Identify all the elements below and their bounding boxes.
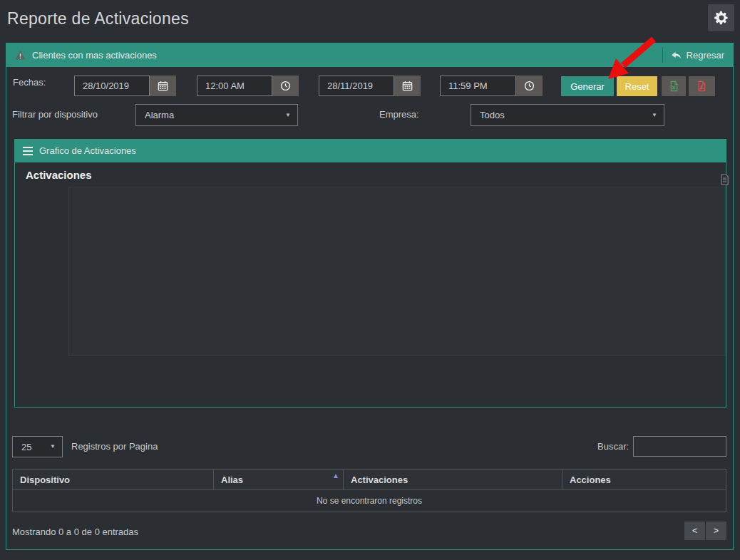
reset-button[interactable]: Reset: [617, 76, 657, 96]
end-date-calendar-button[interactable]: [394, 76, 421, 96]
dates-label: Fechas:: [13, 77, 46, 88]
end-time-clock-button[interactable]: [516, 76, 543, 96]
chart-panel-title: Grafico de Activaciones: [39, 145, 136, 156]
chevron-down-icon: ▼: [50, 443, 56, 450]
device-filter-label: Filtrar por dispositivo: [12, 109, 98, 120]
calendar-icon: [158, 81, 168, 91]
export-pdf-button[interactable]: [689, 76, 715, 96]
report-panel-header: Clientes con mas activaciones Regresar: [6, 43, 734, 67]
excel-file-icon: [669, 81, 679, 92]
header-divider: [662, 47, 663, 63]
column-header-acciones[interactable]: Acciones: [562, 469, 726, 490]
panel-title: Clientes con mas activaciones: [32, 50, 157, 61]
gear-icon: [714, 10, 729, 26]
search-label: Buscar:: [597, 441, 629, 452]
chart-context-menu-button[interactable]: [719, 173, 730, 186]
device-select[interactable]: Alarma ▼: [135, 104, 298, 126]
company-label: Empresa:: [379, 109, 419, 120]
document-lines-icon: [719, 173, 730, 186]
column-header-activaciones[interactable]: Activaciones: [343, 469, 562, 490]
export-excel-button[interactable]: [662, 76, 686, 96]
page-size-label: Registros por Pagina: [71, 441, 158, 452]
pagination-prev-button[interactable]: <: [684, 522, 705, 540]
start-time-clock-button[interactable]: [272, 76, 299, 96]
column-header-label: Alias: [221, 475, 243, 485]
company-select[interactable]: Todos ▼: [471, 104, 664, 126]
settings-button[interactable]: [708, 4, 734, 31]
warning-icon: [15, 50, 26, 60]
back-label: Regresar: [687, 50, 724, 61]
activations-report-page: Reporte de Activaciones Clientes con mas…: [0, 0, 740, 560]
device-select-value: Alarma: [145, 110, 174, 120]
calendar-icon: [402, 81, 413, 91]
page-title: Reporte de Activaciones: [7, 9, 189, 28]
clock-icon: [524, 81, 535, 91]
search-input[interactable]: [633, 436, 726, 457]
pdf-file-icon: [697, 81, 707, 92]
chart-plot-area: [68, 187, 726, 356]
hamburger-icon: [23, 145, 33, 157]
sort-ascending-icon[interactable]: ▲: [332, 472, 339, 479]
column-header-label: Dispositivo: [20, 475, 70, 485]
chevron-down-icon: ▼: [652, 112, 657, 118]
column-header-label: Activaciones: [351, 475, 408, 485]
table-empty-row: No se encontraron registros: [12, 489, 726, 512]
end-date-input[interactable]: [319, 76, 394, 96]
end-time-input[interactable]: [440, 76, 516, 96]
start-date-calendar-button[interactable]: [150, 76, 176, 96]
generate-button[interactable]: Generar: [561, 76, 614, 96]
table-summary: Mostrando 0 a 0 de 0 entradas: [12, 527, 138, 537]
empty-message: No se encontraron registros: [317, 496, 422, 506]
chart-panel-header: Grafico de Activaciones: [14, 139, 726, 162]
reply-arrow-icon: [671, 51, 682, 60]
chart-title: Activaciones: [26, 169, 92, 181]
page-size-select[interactable]: 25 ▼: [12, 436, 63, 457]
chevron-down-icon: ▼: [285, 112, 291, 118]
page-size-value: 25: [21, 442, 31, 452]
company-select-value: Todos: [480, 110, 505, 120]
column-header-alias[interactable]: Alias: [213, 469, 344, 490]
start-date-input[interactable]: [74, 76, 150, 96]
pagination-next-button[interactable]: >: [706, 522, 726, 540]
column-header-dispositivo[interactable]: Dispositivo: [12, 469, 214, 490]
column-header-label: Acciones: [570, 475, 611, 485]
clock-icon: [280, 81, 291, 91]
back-button[interactable]: Regresar: [671, 50, 724, 61]
start-time-input[interactable]: [197, 76, 272, 96]
